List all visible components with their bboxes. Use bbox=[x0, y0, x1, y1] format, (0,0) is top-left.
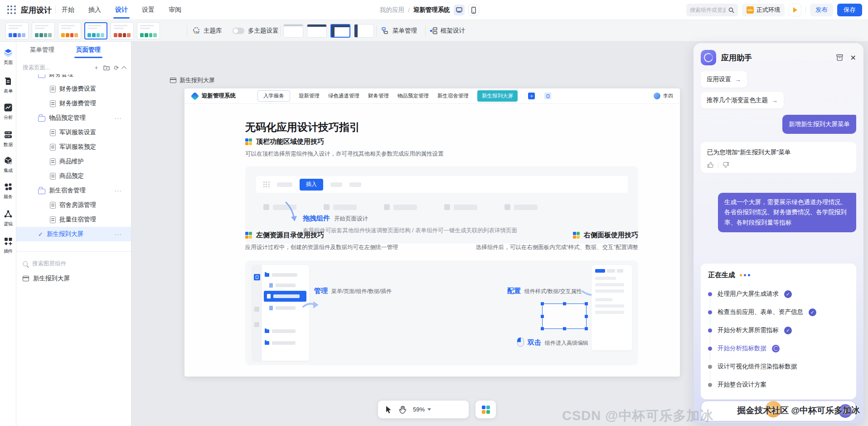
history-icon[interactable] bbox=[836, 54, 844, 61]
more-actions-icon[interactable]: ··· bbox=[114, 114, 122, 122]
preview-run-button[interactable] bbox=[789, 4, 801, 16]
theme-swatch-red[interactable] bbox=[111, 22, 134, 39]
collapse-icon[interactable] bbox=[123, 64, 126, 71]
theme-swatch-cyan-selected[interactable] bbox=[84, 22, 107, 39]
tree-item[interactable]: 批量住宿管理 bbox=[16, 212, 131, 227]
component-search-input[interactable]: 搜索组件或资源 bbox=[686, 4, 738, 16]
placeholder-bar bbox=[330, 182, 342, 187]
environment-selector[interactable]: </> 正式环境 bbox=[742, 4, 785, 16]
theme-swatch-blue[interactable] bbox=[5, 22, 29, 39]
step-item: 设计可视化组件渲染指标数据 bbox=[708, 357, 849, 376]
theme-library-button[interactable]: 主题库 bbox=[192, 27, 222, 35]
page-artboard[interactable]: 迎新管理系统 入学服务 迎新管理 绿色通道管理 财务管理 物品预定管理 新生宿舍… bbox=[184, 88, 680, 377]
tree-item-folder[interactable]: 新生宿舍管理 ··· bbox=[16, 183, 131, 198]
user-action-bubble: 新增新生报到大屏菜单 bbox=[782, 115, 856, 134]
rail-item-data[interactable]: 数据 bbox=[0, 130, 16, 148]
more-actions-icon[interactable]: ··· bbox=[114, 187, 122, 194]
page-shortcut-icon[interactable] bbox=[544, 93, 551, 99]
tree-item-folder[interactable]: 财务管理 bbox=[16, 74, 131, 82]
preview-user[interactable]: 李四 bbox=[654, 93, 673, 99]
theme-swatch-green[interactable] bbox=[137, 22, 160, 39]
layer-item[interactable]: 新生报到大屏 bbox=[23, 272, 126, 285]
top-bar: 应用设计 开始 插入 设计 设置 审阅 我的应用 / 迎新管理系统 搜索组件或资… bbox=[0, 0, 868, 20]
thumbs-down-icon[interactable] bbox=[723, 162, 729, 168]
step-item: 检查当前应用、表单、资产信息 ✓ bbox=[708, 303, 849, 321]
layout-left-rail[interactable] bbox=[354, 24, 374, 38]
menu-manage-button[interactable]: 菜单管理 bbox=[382, 27, 417, 35]
publish-button[interactable]: 发布 bbox=[810, 4, 833, 16]
tree-item[interactable]: 军训服装预定 bbox=[16, 140, 131, 154]
window-icon bbox=[23, 276, 29, 281]
page-icon bbox=[50, 100, 56, 107]
nav-item-green-channel[interactable]: 绿色通道管理 bbox=[328, 93, 359, 99]
chip-app-settings[interactable]: 应用设置 → bbox=[701, 71, 747, 88]
add-nav-icon[interactable]: ＋ bbox=[528, 93, 535, 99]
more-actions-icon[interactable]: ··· bbox=[114, 230, 122, 238]
rail-item-logic[interactable]: 逻辑 bbox=[0, 210, 16, 227]
tree-item-selected[interactable]: ✓ 新生报到大屏 ··· bbox=[16, 227, 131, 241]
tree-item-folder[interactable]: 物品预定管理 ··· bbox=[16, 111, 131, 125]
breadcrumb-current[interactable]: 迎新管理系统 bbox=[413, 6, 450, 14]
app-grid-icon[interactable] bbox=[7, 5, 16, 15]
tree-item[interactable]: 商品预定 bbox=[16, 169, 131, 183]
menu-review[interactable]: 审阅 bbox=[168, 0, 182, 20]
tree-item[interactable]: 商品维护 bbox=[16, 154, 131, 169]
frame-design-icon bbox=[430, 27, 437, 34]
preview-brand: 迎新管理系统 bbox=[191, 92, 236, 100]
menu-insert[interactable]: 插入 bbox=[87, 0, 102, 20]
rail-item-pages[interactable]: 页面 bbox=[0, 48, 16, 66]
tab-menu-manage[interactable]: 菜单管理 bbox=[29, 42, 55, 58]
tree-item[interactable]: 财务缴费管理 bbox=[16, 96, 131, 111]
rail-item-integration[interactable]: 集成 bbox=[0, 156, 16, 174]
desktop-view-toggle[interactable] bbox=[454, 5, 465, 15]
user-request-bubble: 生成一个大屏，需要展示绿色通道办理情况、各省份报到情况、财务缴费情况、各学院报到… bbox=[718, 193, 856, 232]
tab-page-manage[interactable]: 页面管理 bbox=[75, 42, 102, 58]
page-icon bbox=[50, 173, 56, 180]
artboard-label[interactable]: 新生报到大屏 bbox=[170, 76, 215, 84]
nav-item-bigscreen[interactable]: 新生报到大屏 bbox=[477, 90, 518, 102]
page-search-input[interactable]: 搜索页面... ＋ ⟳ bbox=[23, 62, 126, 73]
rail-item-plugins[interactable]: 插件 bbox=[0, 237, 16, 255]
layout-topbar-dark[interactable] bbox=[307, 24, 327, 38]
add-folder-icon[interactable] bbox=[103, 65, 110, 70]
nav-item-dorm[interactable]: 新生宿舍管理 bbox=[437, 93, 469, 99]
divider bbox=[16, 251, 131, 252]
rail-item-services[interactable]: 服务 bbox=[0, 182, 16, 200]
cursor-tool-icon[interactable] bbox=[385, 406, 392, 414]
layout-top-left-selected[interactable] bbox=[330, 24, 350, 38]
breadcrumb-parent[interactable]: 我的应用 bbox=[380, 6, 404, 14]
nav-item-enrollment[interactable]: 入学服务 bbox=[257, 90, 290, 102]
layout-topbar-light[interactable] bbox=[283, 24, 303, 38]
save-button[interactable]: 保存 bbox=[837, 4, 862, 16]
step-dot-icon bbox=[708, 328, 712, 333]
menu-settings[interactable]: 设置 bbox=[141, 0, 155, 20]
page-tree: 财务管理 财务缴费设置 财务缴费管理 物品预定管理 ··· 军训服装设置 军训服… bbox=[16, 74, 131, 241]
tree-item[interactable]: 财务缴费设置 bbox=[16, 82, 131, 96]
frame-design-button[interactable]: 框架设计 bbox=[430, 27, 465, 35]
rail-item-forms[interactable]: 表单 bbox=[0, 77, 16, 94]
rail-item-analysis[interactable]: 分析 bbox=[0, 103, 16, 121]
layout-presets bbox=[283, 24, 374, 38]
tree-item[interactable]: 军训服装设置 bbox=[16, 125, 131, 140]
multi-theme-toggle[interactable] bbox=[233, 28, 244, 34]
zoom-dropdown[interactable]: 59% bbox=[413, 406, 431, 413]
component-library-button[interactable] bbox=[475, 401, 496, 418]
menu-design[interactable]: 设计 bbox=[114, 0, 129, 20]
close-icon[interactable]: ✕ bbox=[850, 54, 856, 62]
hand-tool-icon[interactable] bbox=[399, 406, 406, 414]
step-dot-icon bbox=[708, 365, 712, 369]
chip-recommend-themes[interactable]: 推荐几个渐变蓝色主题 → bbox=[701, 92, 784, 108]
thumbs-up-icon[interactable] bbox=[707, 162, 714, 168]
nav-item-goods[interactable]: 物品预定管理 bbox=[398, 93, 429, 99]
layer-search-input[interactable]: 搜索图层组件 bbox=[23, 258, 126, 269]
mobile-view-toggle[interactable] bbox=[468, 5, 479, 15]
theme-swatch-teal-gray[interactable] bbox=[32, 22, 55, 39]
refresh-icon[interactable]: ⟳ bbox=[114, 64, 119, 71]
nav-item-welcome[interactable]: 迎新管理 bbox=[299, 93, 320, 99]
tree-item[interactable]: 宿舍房源管理 bbox=[16, 198, 131, 212]
menu-start[interactable]: 开始 bbox=[61, 0, 75, 20]
section1-desc: 可以在顶栏选择所需组件拖入设计，亦可寻找其他相关参数完成应用的属性设置 bbox=[245, 150, 444, 158]
add-page-icon[interactable]: ＋ bbox=[93, 64, 99, 72]
plugins-icon bbox=[4, 237, 13, 246]
theme-swatch-orange[interactable] bbox=[58, 22, 81, 39]
